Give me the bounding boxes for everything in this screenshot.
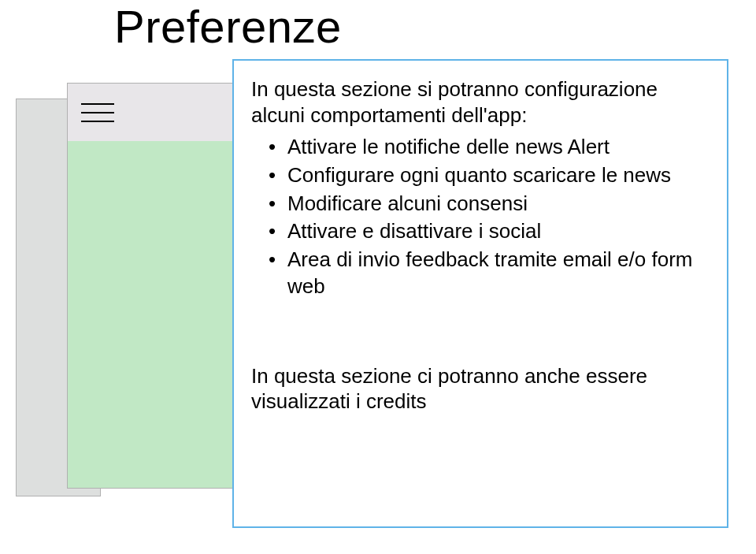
- list-item: Attivare le notifiche delle news Alert: [251, 134, 710, 161]
- list-item: Modificare alcuni consensi: [251, 191, 710, 218]
- list-item: Attivare e disattivare i social: [251, 218, 710, 245]
- mockup-front-panel: [67, 83, 238, 489]
- list-item: Configurare ogni quanto scaricare le new…: [251, 162, 710, 189]
- bullet-list: Attivare le notifiche delle news Alert C…: [251, 134, 710, 300]
- menu-icon[interactable]: [81, 103, 114, 122]
- page-title: Preferenze: [114, 0, 342, 53]
- intro-text: In questa sezione si potranno configuraz…: [251, 76, 710, 128]
- hamburger-line: [81, 112, 114, 113]
- list-item: Area di invio feedback tramite email e/o…: [251, 247, 710, 300]
- info-box: In questa sezione si potranno configuraz…: [232, 59, 728, 528]
- phone-mockup: [16, 83, 252, 496]
- footer-text: In questa sezione ci potranno anche esse…: [251, 363, 710, 415]
- mockup-body: [68, 141, 237, 488]
- mockup-header: [68, 84, 237, 141]
- hamburger-line: [81, 103, 114, 105]
- hamburger-line: [81, 121, 114, 122]
